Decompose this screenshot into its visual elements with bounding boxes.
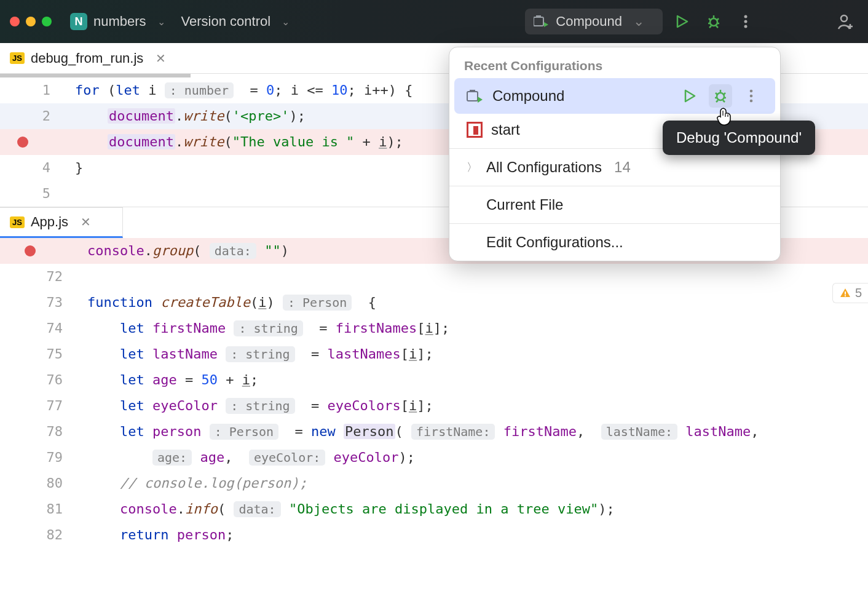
- svg-point-3: [744, 25, 748, 28]
- project-name[interactable]: numbers: [93, 14, 146, 30]
- project-icon[interactable]: N: [70, 13, 87, 30]
- gutter-line: 5: [0, 181, 68, 207]
- gutter-line: 80: [0, 470, 80, 496]
- gutter-line: 72: [0, 264, 80, 290]
- maximize-window[interactable]: [42, 17, 52, 26]
- run-button[interactable]: [669, 9, 695, 34]
- popup-item-label: Edit Configurations...: [486, 234, 623, 251]
- popup-item-current-file[interactable]: Current File: [454, 190, 775, 220]
- gutter-line: 77: [0, 393, 80, 419]
- svg-rect-5: [845, 292, 846, 295]
- run-config-selector[interactable]: Compound ⌄: [525, 9, 663, 34]
- svg-point-10: [750, 100, 753, 103]
- separator: [449, 223, 780, 224]
- editor-tab-bar-2: JS App.js ✕: [0, 207, 123, 238]
- svg-point-4: [841, 15, 847, 22]
- popup-item-label: start: [491, 121, 520, 138]
- code-line: document.write('<pre>');: [68, 103, 306, 129]
- gutter-line: 2: [0, 103, 68, 129]
- chevron-down-icon: ⌄: [633, 14, 644, 30]
- code-line: let age = 50 + i;: [80, 367, 258, 393]
- tab-debug-from-run[interactable]: debug_from_run.js: [31, 50, 143, 66]
- js-file-icon: JS: [10, 216, 25, 228]
- window-controls: [10, 17, 52, 26]
- titlebar: N numbers ⌄ Version control ⌄ Compound ⌄: [0, 0, 868, 43]
- popup-run-button[interactable]: [678, 84, 701, 108]
- debug-button[interactable]: [701, 9, 727, 34]
- code-line: age: age, eyeColor: eyeColor);: [80, 445, 415, 470]
- popup-header: Recent Configurations: [449, 52, 780, 77]
- popup-more-button[interactable]: [740, 84, 763, 108]
- more-menu[interactable]: [733, 9, 759, 34]
- close-window[interactable]: [10, 17, 20, 26]
- breakpoint-icon[interactable]: [17, 137, 28, 148]
- editor-2[interactable]: console.group( data: "") 72 73 function …: [0, 238, 868, 548]
- code-line: return person;: [80, 522, 234, 548]
- js-file-icon: JS: [10, 52, 25, 64]
- code-line: console.info( data: "Objects are display…: [80, 496, 615, 522]
- gutter-line: 82: [0, 522, 80, 548]
- popup-debug-button[interactable]: [709, 84, 732, 108]
- compound-icon: [534, 14, 550, 29]
- popup-item-actions: [678, 84, 763, 108]
- close-tab-icon[interactable]: ✕: [81, 215, 91, 229]
- minimize-window[interactable]: [26, 17, 36, 26]
- svg-point-7: [717, 93, 724, 100]
- gutter-line: 74: [0, 315, 80, 341]
- gutter-line: 79: [0, 445, 80, 470]
- code-line: [68, 181, 75, 207]
- gutter-line: 4: [0, 155, 68, 181]
- compound-icon: [467, 88, 484, 104]
- tab-app-js[interactable]: App.js: [31, 214, 68, 230]
- popup-item-all-configs[interactable]: 〉 All Configurations 14: [454, 153, 775, 182]
- code-line: function createTable(i) : Person {: [80, 290, 376, 315]
- gutter-line[interactable]: [0, 238, 80, 264]
- gutter-line: 78: [0, 419, 80, 445]
- breakpoint-icon[interactable]: [25, 245, 36, 256]
- svg-rect-6: [845, 295, 846, 296]
- svg-point-2: [744, 20, 748, 23]
- svg-point-8: [750, 90, 753, 93]
- code-line: let lastName : string = lastNames[i];: [80, 341, 433, 367]
- popup-item-label: Current File: [486, 196, 563, 213]
- code-line: document.write("The value is " + i);: [68, 129, 403, 155]
- gutter-line: 1: [0, 77, 68, 103]
- code-line: }: [68, 155, 83, 181]
- svg-point-0: [710, 18, 717, 26]
- separator: [449, 186, 780, 186]
- code-line: console.group( data: ""): [80, 238, 289, 264]
- chevron-down-icon[interactable]: ⌄: [282, 16, 290, 28]
- inspection-badge[interactable]: 5: [832, 283, 868, 303]
- popup-item-label: All Configurations: [486, 159, 602, 176]
- gutter-line: 75: [0, 341, 80, 367]
- code-line: for (let i : number = 0; i <= 10; i++) {: [68, 77, 413, 103]
- popup-item-edit-configs[interactable]: Edit Configurations...: [454, 228, 775, 257]
- popup-item-label: Compound: [492, 87, 564, 105]
- tooltip: Debug 'Compound': [663, 121, 815, 155]
- code-line: let firstName : string = firstNames[i];: [80, 315, 449, 341]
- chevron-down-icon[interactable]: ⌄: [157, 16, 165, 28]
- inspection-count: 5: [855, 286, 862, 300]
- gutter-line: 76: [0, 367, 80, 393]
- warning-icon: [839, 287, 851, 300]
- gutter-line: 81: [0, 496, 80, 522]
- config-count: 14: [614, 159, 631, 176]
- code-line: let person : Person = new Person( firstN…: [80, 419, 759, 445]
- close-tab-icon[interactable]: ✕: [156, 51, 166, 66]
- code-line: let eyeColor : string = eyeColors[i];: [80, 393, 433, 419]
- svg-point-1: [744, 15, 748, 18]
- code-line: // console.log(person);: [80, 470, 307, 496]
- chevron-right-icon: 〉: [467, 160, 478, 175]
- popup-item-compound[interactable]: Compound: [454, 78, 775, 114]
- collaborate-icon[interactable]: [832, 9, 858, 34]
- npm-icon: [467, 122, 483, 138]
- gutter-line: 73: [0, 290, 80, 315]
- vcs-menu[interactable]: Version control: [181, 14, 271, 30]
- run-config-label: Compound: [556, 14, 622, 30]
- svg-point-9: [750, 95, 753, 98]
- gutter-line[interactable]: [0, 129, 68, 155]
